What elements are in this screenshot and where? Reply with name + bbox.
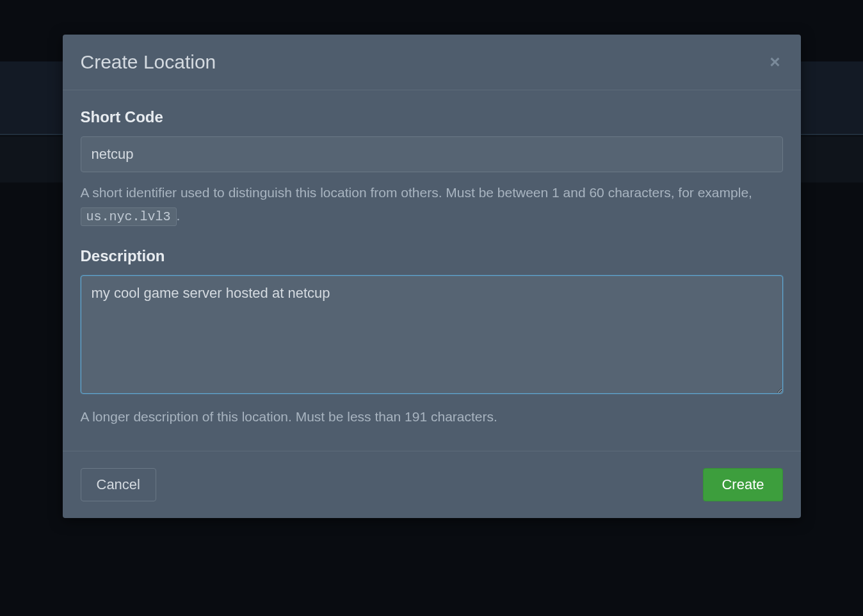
modal-body: Short Code A short identifier used to di… xyxy=(63,90,801,451)
short-code-example: us.nyc.lvl3 xyxy=(81,207,177,226)
short-code-input[interactable] xyxy=(81,136,783,172)
short-code-help: A short identifier used to distinguish t… xyxy=(81,181,783,228)
close-icon[interactable]: × xyxy=(767,53,782,71)
short-code-help-prefix: A short identifier used to distinguish t… xyxy=(81,185,752,200)
create-location-modal: Create Location × Short Code A short ide… xyxy=(63,35,801,518)
description-help: A longer description of this location. M… xyxy=(81,405,783,428)
description-input[interactable] xyxy=(81,275,783,394)
cancel-button[interactable]: Cancel xyxy=(81,468,156,501)
modal-overlay: Create Location × Short Code A short ide… xyxy=(0,0,863,616)
modal-title: Create Location xyxy=(81,51,216,73)
description-label: Description xyxy=(81,247,783,265)
short-code-help-suffix: . xyxy=(177,208,181,223)
modal-header: Create Location × xyxy=(63,35,801,90)
description-group: Description A longer description of this… xyxy=(81,247,783,428)
create-button[interactable]: Create xyxy=(703,468,782,501)
short-code-label: Short Code xyxy=(81,108,783,126)
short-code-group: Short Code A short identifier used to di… xyxy=(81,108,783,228)
modal-footer: Cancel Create xyxy=(63,451,801,518)
